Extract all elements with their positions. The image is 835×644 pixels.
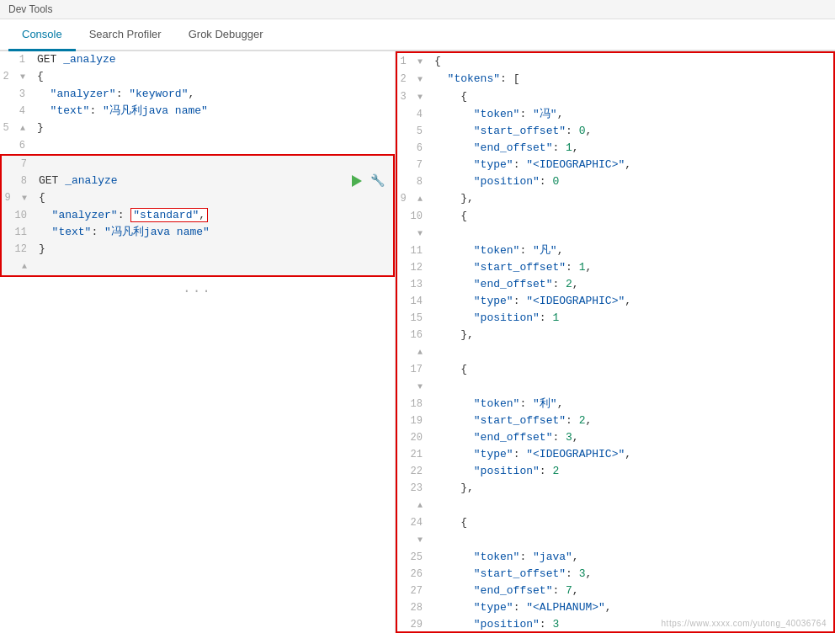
run-button[interactable] [350,174,364,188]
line-content[interactable]: "type": "<ALPHANUM>", [431,599,833,616]
line-content[interactable]: { [34,68,395,85]
line-content[interactable]: GET _analyze [35,173,393,189]
line-number: 5 ▲ [0,120,34,137]
line-number: 10 ▼ [397,208,431,242]
code-line: 19 "start_offset": 2, [397,412,833,429]
line-content[interactable]: { [431,208,833,225]
line-content[interactable]: "analyzer": "standard", [35,207,393,224]
left-panel: 1 GET _analyze 2 ▼ { 3 "analyzer": "keyw… [0,51,396,633]
line-content[interactable]: } [34,120,395,136]
line-content[interactable]: "text": "冯凡利java name" [34,103,395,120]
line-number: 1 ▼ [397,53,431,71]
code-line: 26 "start_offset": 3, [397,566,833,583]
line-number: 3 [0,86,34,103]
line-number: 13 [397,276,431,293]
code-line: 3 ▼ { [397,88,833,106]
line-number: 1 [0,51,34,68]
code-line: 4 "text": "冯凡利java name" [0,103,395,120]
line-number: 25 [397,549,431,566]
code-line: 9 ▲ }, [397,190,833,208]
code-line: 7 "type": "<IDEOGRAPHIC>", [397,157,833,173]
line-content[interactable]: } [35,241,393,258]
line-content[interactable]: }, [431,480,833,497]
line-content[interactable]: "token": "java", [431,549,833,566]
line-content[interactable]: "position": 2 [431,463,833,480]
code-line: 1 GET _analyze [0,51,395,68]
line-content[interactable]: }, [431,190,833,207]
line-content[interactable]: "start_offset": 0, [431,123,833,140]
line-content[interactable]: "token": "凡", [431,242,833,259]
line-number: 12 [397,259,431,276]
title-label: Dev Tools [8,3,52,15]
line-content[interactable]: "start_offset": 2, [431,412,833,429]
code-line: 10 ▼ { [397,208,833,242]
line-number: 4 [397,106,431,123]
code-line: 28 "type": "<ALPHANUM>", [397,599,833,616]
line-content[interactable]: }, [431,327,833,343]
tab-console[interactable]: Console [8,19,76,51]
code-line: 5 "start_offset": 0, [397,123,833,140]
line-content[interactable]: "end_offset": 3, [431,429,833,446]
code-editor: 1 GET _analyze 2 ▼ { 3 "analyzer": "keyw… [0,51,395,306]
code-line: 18 "token": "利", [397,396,833,412]
line-number: 21 [397,446,431,463]
line-content[interactable]: "end_offset": 1, [431,140,833,157]
line-number: 2 ▼ [0,68,34,86]
line-content[interactable]: "type": "<IDEOGRAPHIC>", [431,446,833,463]
line-content[interactable]: { [35,189,393,206]
line-content[interactable]: "position": 0 [431,173,833,190]
block-actions: 🔧 [350,173,385,189]
code-line: 17 ▼ { [397,361,833,396]
line-content[interactable]: "start_offset": 3, [431,566,833,583]
line-content[interactable]: "tokens": [ [431,71,833,88]
line-content[interactable]: "token": "冯", [431,106,833,123]
line-number: 4 [0,103,34,120]
code-line: 5 ▲ } [0,120,395,137]
watermark: https://www.xxxx.com/yutong_40036764 [662,619,827,628]
line-content[interactable]: "analyzer": "keyword", [34,86,395,103]
line-content[interactable]: "start_offset": 1, [431,259,833,276]
line-number: 27 [397,583,431,599]
line-content[interactable]: "position": 1 [431,310,833,327]
line-content[interactable]: "text": "冯凡利java name" [35,224,393,241]
line-content[interactable]: { [431,361,833,378]
block1: 1 GET _analyze 2 ▼ { 3 "analyzer": "keyw… [0,51,395,154]
line-content[interactable]: { [431,514,833,531]
line-number: 29 [397,616,431,633]
block2-highlighted: 7 8 GET _analyze 🔧 9 ▼ { [0,154,395,277]
line-number: 10 [2,207,35,224]
line-number: 9 ▼ [2,189,35,207]
line-content[interactable]: "type": "<IDEOGRAPHIC>", [431,293,833,310]
code-line: 8 "position": 0 [397,173,833,190]
line-number: 23 ▲ [397,480,431,514]
line-content[interactable]: { [431,53,833,70]
line-number: 9 ▲ [397,190,431,208]
code-line: 21 "type": "<IDEOGRAPHIC>", [397,446,833,463]
code-line: 11 "text": "冯凡利java name" [2,224,393,241]
code-line: 6 [0,137,395,154]
code-line: 2 ▼ { [0,68,395,86]
tab-search-profiler[interactable]: Search Profiler [76,19,175,51]
code-line: 15 "position": 1 [397,310,833,327]
line-content[interactable]: "end_offset": 2, [431,276,833,293]
line-content[interactable]: "token": "利", [431,396,833,412]
code-line: 3 "analyzer": "keyword", [0,86,395,103]
code-line: 10 "analyzer": "standard", [2,207,393,224]
line-number: 20 [397,429,431,446]
tab-bar: Console Search Profiler Grok Debugger [0,19,835,51]
ellipsis-area: ··· [0,277,395,306]
line-content[interactable]: { [431,88,833,105]
code-line: 11 "token": "凡", [397,242,833,259]
tab-grok-debugger[interactable]: Grok Debugger [175,19,277,51]
line-content[interactable]: "type": "<IDEOGRAPHIC>", [431,157,833,173]
wrench-icon[interactable]: 🔧 [370,173,385,189]
line-number: 11 [397,242,431,259]
code-line: 24 ▼ { [397,514,833,549]
code-line: 23 ▲ }, [397,480,833,514]
line-number: 2 ▼ [397,71,431,88]
line-content[interactable]: "end_offset": 7, [431,583,833,599]
line-content[interactable]: GET _analyze [34,51,395,68]
code-line: 13 "end_offset": 2, [397,276,833,293]
line-number: 8 [397,173,431,190]
line-number: 6 [397,140,431,157]
